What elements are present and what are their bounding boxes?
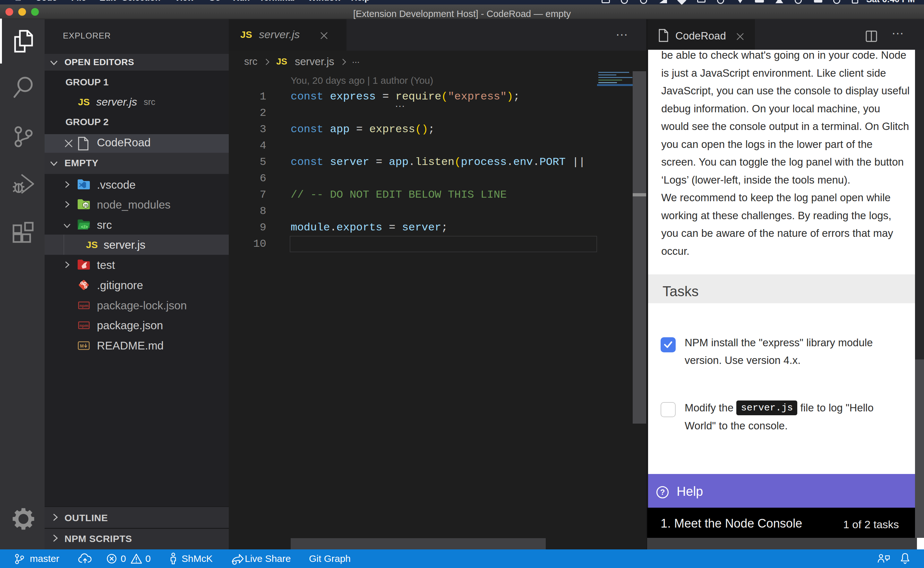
svg-text:JS: JS [83,204,87,207]
svg-text:M: M [80,343,84,349]
svg-text:?: ? [660,488,665,497]
svg-text:</>: </> [81,224,88,230]
svg-text:npm: npm [80,303,88,308]
svg-text:npm: npm [80,323,88,328]
